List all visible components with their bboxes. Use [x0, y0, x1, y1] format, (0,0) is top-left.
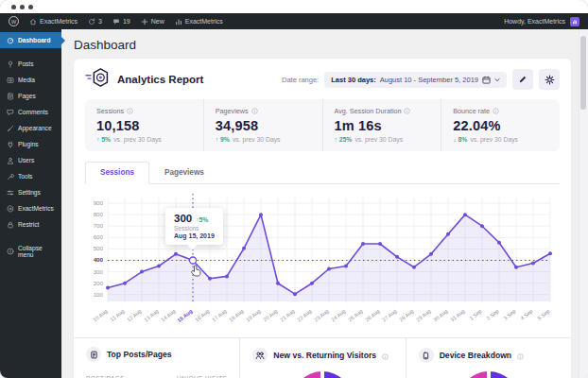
sidebar-item-label: Posts [18, 60, 34, 67]
tab-sessions[interactable]: Sessions [85, 162, 149, 184]
date-range-label: Date range: [282, 76, 319, 84]
info-icon[interactable] [404, 108, 410, 114]
stat-avg-session-duration: Avg. Session Duration 1m 16s ↑ 25%vs. pr… [322, 99, 441, 151]
sidebar-item-media[interactable]: Media [0, 72, 61, 88]
admin-bar-new[interactable]: New [141, 18, 164, 26]
scrollbar[interactable] [579, 29, 588, 378]
sidebar-item-users[interactable]: Users [0, 152, 61, 168]
svg-text:14 Aug: 14 Aug [160, 308, 176, 322]
sidebar-item-collapse-menu[interactable]: Collapse menu [0, 240, 61, 262]
svg-text:18 Aug: 18 Aug [228, 308, 244, 322]
sidebar-item-pages[interactable]: Pages [0, 88, 61, 104]
sidebar-item-label: Tools [18, 173, 32, 180]
svg-text:500: 500 [94, 245, 104, 251]
svg-text:22 Aug: 22 Aug [296, 308, 312, 322]
chart-tabs: Sessions Pageviews [85, 162, 560, 184]
wordpress-icon: W [9, 16, 19, 26]
analytics-report-card: Analytics Report Date range: Last 30 day… [74, 59, 571, 378]
visitors-pie-chart[interactable] [292, 371, 353, 378]
sidebar-item-label: Users [18, 157, 34, 163]
sidebar-item-appearance[interactable]: Appearance [0, 120, 61, 136]
avatar[interactable] [570, 17, 579, 26]
sessions-chart: 10020030040050060070080090010 Aug11 Aug1… [85, 190, 560, 330]
document-icon [86, 347, 101, 362]
svg-text:29 Aug: 29 Aug [415, 308, 431, 322]
media-icon [7, 77, 14, 84]
admin-bar-exactmetrics[interactable]: ExactMetrics [175, 18, 223, 26]
users-pair-icon [252, 348, 268, 363]
gear-icon [545, 75, 555, 85]
gauge-icon [7, 37, 14, 44]
info-icon[interactable] [251, 108, 258, 114]
sidebar-item-dashboard[interactable]: Dashboard [0, 32, 61, 48]
widget-device-breakdown: Device Breakdown [406, 338, 571, 378]
comment-icon [112, 18, 120, 26]
comments-icon [7, 109, 14, 116]
svg-text:1 Sep: 1 Sep [468, 308, 482, 321]
window-dot[interactable] [11, 5, 16, 9]
widget-top-posts: Top Posts/Pages POST/PAGE UNIQUE VISITS [74, 338, 239, 378]
svg-text:23 Aug: 23 Aug [313, 308, 329, 322]
sidebar-item-label: Comments [18, 109, 48, 115]
sidebar-item-plugins[interactable]: Plugins [0, 136, 61, 152]
sidebar-item-restrict[interactable]: Restrict [0, 216, 61, 232]
svg-text:24 Aug: 24 Aug [330, 308, 346, 322]
svg-text:2 Sep: 2 Sep [485, 308, 499, 321]
info-icon[interactable] [382, 347, 389, 364]
scrollbar-thumb[interactable] [580, 36, 586, 110]
sidebar-item-label: Pages [18, 93, 36, 99]
admin-bar-comments[interactable]: 19 [112, 18, 130, 26]
svg-text:200: 200 [94, 280, 104, 286]
collapse-icon [7, 248, 14, 255]
svg-text:15 Aug: 15 Aug [176, 308, 194, 323]
info-icon[interactable] [127, 108, 133, 114]
svg-text:27 Aug: 27 Aug [381, 308, 397, 322]
wp-sidebar: DashboardPostsMediaPagesCommentsAppearan… [0, 29, 61, 378]
pencil-icon [518, 75, 527, 84]
info-icon[interactable] [517, 347, 524, 364]
svg-text:600: 600 [94, 233, 104, 240]
settings-button[interactable] [539, 69, 560, 90]
svg-text:700: 700 [94, 222, 104, 229]
wp-logo-menu[interactable]: W [9, 16, 19, 26]
sidebar-item-label: Dashboard [18, 37, 50, 43]
window-dot[interactable] [28, 5, 33, 9]
svg-text:21 Aug: 21 Aug [279, 308, 295, 322]
svg-text:900: 900 [94, 199, 104, 206]
sidebar-item-settings[interactable]: Settings [0, 184, 61, 200]
sidebar-item-posts[interactable]: Posts [0, 56, 61, 72]
svg-text:400: 400 [94, 256, 104, 263]
info-icon[interactable] [493, 108, 499, 114]
admin-bar-site-name[interactable]: ExactMetrics [29, 18, 78, 26]
window-dot[interactable] [20, 5, 25, 9]
stat-sessions: Sessions 10,158 ↑ 5%vs. prev 30 Days [85, 99, 203, 151]
sidebar-item-exactmetrics[interactable]: ExactMetrics [0, 200, 61, 216]
sessions-area-chart[interactable]: 10020030040050060070080090010 Aug11 Aug1… [85, 190, 560, 330]
svg-text:25 Aug: 25 Aug [347, 308, 363, 322]
report-title: Analytics Report [117, 74, 203, 85]
home-icon [29, 18, 37, 26]
svg-text:800: 800 [94, 211, 104, 217]
svg-text:11 Aug: 11 Aug [110, 308, 126, 322]
sidebar-item-comments[interactable]: Comments [0, 104, 61, 120]
lock-icon [7, 221, 14, 229]
stat-bounce-rate: Bounce rate 22.04% ↓ 8%vs. prev 30 Days [441, 99, 560, 151]
plus-icon [141, 18, 148, 26]
content-area: Dashboard Analytics Report Date range: [61, 29, 588, 378]
edit-button[interactable] [512, 69, 533, 90]
widget-new-vs-returning: New vs. Returning Visitors [239, 338, 405, 378]
update-icon [88, 18, 95, 26]
device-icon [419, 348, 434, 363]
exactmetrics-icon [7, 205, 14, 213]
date-range-selector[interactable]: Last 30 days: August 10 - September 5, 2… [324, 72, 507, 88]
svg-text:30 Aug: 30 Aug [432, 308, 448, 322]
howdy-text[interactable]: Howdy, ExactMetrics [504, 18, 565, 25]
tab-pageviews[interactable]: Pageviews [149, 162, 219, 184]
hand-cursor-icon [191, 264, 201, 281]
admin-bar-updates[interactable]: 3 [88, 18, 102, 26]
svg-text:26 Aug: 26 Aug [364, 308, 380, 322]
svg-text:17 Aug: 17 Aug [211, 308, 227, 322]
svg-text:5 Sep: 5 Sep [536, 308, 550, 321]
device-pie-chart[interactable] [458, 371, 519, 378]
sidebar-item-tools[interactable]: Tools [0, 168, 61, 184]
